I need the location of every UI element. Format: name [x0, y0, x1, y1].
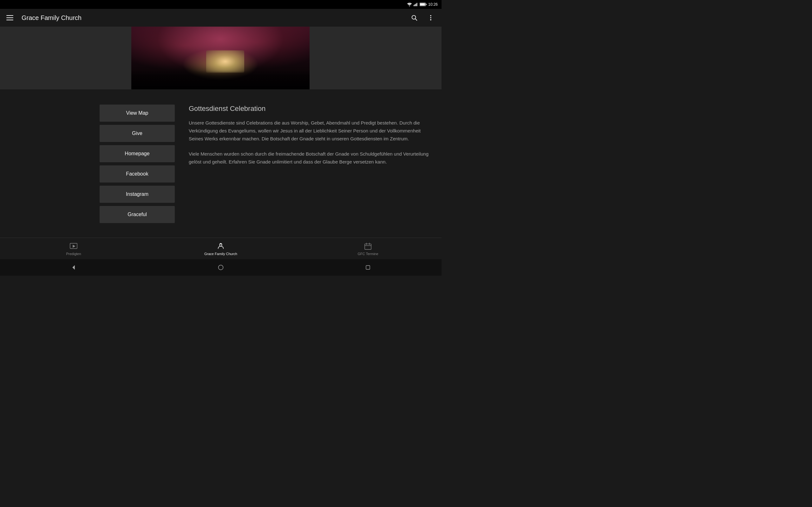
- app-bar-actions: [409, 12, 437, 23]
- svg-point-0: [409, 6, 410, 6]
- home-button[interactable]: [213, 262, 229, 273]
- svg-rect-4: [416, 3, 417, 6]
- audience-silhouette: [131, 70, 310, 89]
- graceful-button[interactable]: Graceful: [100, 206, 175, 223]
- svg-rect-24: [366, 266, 370, 269]
- svg-rect-6: [426, 4, 426, 5]
- give-button[interactable]: Give: [100, 125, 175, 142]
- app-bar-title: Grace Family Church: [21, 14, 409, 21]
- content-paragraph-2: Viele Menschen wurden schon durch die fr…: [189, 150, 432, 166]
- wifi-icon: [407, 3, 412, 6]
- svg-point-11: [430, 17, 432, 18]
- app-bar: Grace Family Church: [0, 9, 442, 26]
- svg-marker-22: [72, 265, 74, 270]
- hamburger-menu-button[interactable]: [5, 13, 15, 23]
- svg-marker-14: [72, 245, 75, 247]
- svg-rect-2: [415, 4, 415, 6]
- stage-lights: [131, 26, 310, 52]
- status-icons: 10:26: [407, 2, 438, 7]
- hero-image: [131, 26, 310, 89]
- hamburger-line-3: [6, 20, 13, 20]
- status-bar: 10:26: [0, 0, 442, 9]
- svg-rect-18: [365, 244, 371, 249]
- sidebar-buttons: View Map Give Homepage Facebook Instagra…: [100, 105, 175, 223]
- main-content: Gottesdienst Celebration Unsere Gottesdi…: [189, 105, 432, 238]
- battery-icon: [420, 3, 426, 6]
- svg-line-9: [415, 19, 417, 20]
- predigten-label: Predigten: [66, 252, 81, 256]
- more-options-button[interactable]: [425, 12, 437, 23]
- stage-screen: [206, 50, 244, 72]
- hamburger-line-2: [6, 17, 13, 18]
- homepage-button[interactable]: Homepage: [100, 145, 175, 162]
- hero-image-inner: [131, 26, 310, 89]
- more-vertical-icon: [427, 14, 434, 21]
- svg-rect-7: [420, 3, 425, 5]
- nav-item-predigten[interactable]: Predigten: [0, 239, 147, 258]
- view-map-button[interactable]: View Map: [100, 105, 175, 122]
- status-time: 10:26: [428, 2, 438, 7]
- svg-rect-1: [414, 5, 414, 6]
- gfc-termine-label: GFC Termine: [357, 252, 378, 256]
- search-button[interactable]: [409, 12, 420, 23]
- recents-button[interactable]: [360, 262, 376, 273]
- search-icon: [411, 14, 418, 21]
- svg-point-23: [218, 265, 223, 270]
- hero-bg-left: [0, 26, 131, 89]
- hamburger-line-1: [6, 15, 13, 16]
- content-title: Gottesdienst Celebration: [189, 105, 432, 113]
- svg-point-10: [430, 15, 432, 16]
- content-paragraph-1: Unsere Gottesdienste sind Celebrations d…: [189, 119, 432, 143]
- hero-bg-right: [310, 26, 442, 89]
- back-button[interactable]: [66, 262, 82, 273]
- gfc-termine-icon: [363, 242, 372, 250]
- system-navigation: [0, 259, 442, 276]
- svg-rect-3: [415, 3, 416, 6]
- grace-family-church-icon: [216, 242, 225, 250]
- predigten-icon: [69, 242, 78, 250]
- nav-item-gfc-termine[interactable]: GFC Termine: [294, 239, 442, 258]
- grace-family-church-label: Grace Family Church: [204, 252, 237, 256]
- facebook-button[interactable]: Facebook: [100, 165, 175, 182]
- signal-icon: [414, 3, 418, 6]
- nav-item-grace-family-church[interactable]: Grace Family Church: [147, 239, 294, 258]
- instagram-button[interactable]: Instagram: [100, 186, 175, 203]
- svg-point-12: [430, 19, 432, 20]
- content-body: Unsere Gottesdienste sind Celebrations d…: [189, 119, 432, 166]
- svg-point-15: [219, 244, 222, 246]
- bottom-navigation: Predigten Grace Family Church GFC Ter: [0, 238, 442, 259]
